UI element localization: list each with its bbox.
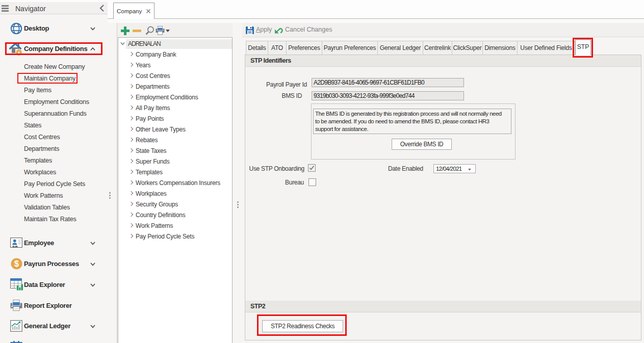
svg-text:$: $ bbox=[14, 259, 19, 268]
